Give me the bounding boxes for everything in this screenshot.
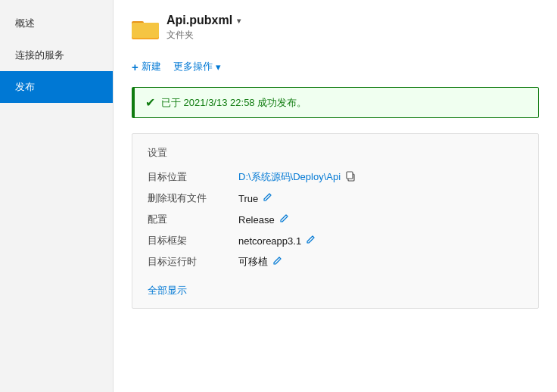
settings-row-target-framework: 目标框架 netcoreapp3.1: [148, 234, 523, 247]
settings-label-delete-existing: 删除现有文件: [148, 191, 238, 205]
delete-existing-value: True: [238, 193, 258, 204]
settings-title: 设置: [148, 146, 523, 160]
more-actions-arrow-icon: ▾: [216, 61, 221, 73]
svg-rect-2: [132, 23, 159, 38]
edit-target-framework-icon[interactable]: [306, 235, 316, 247]
folder-icon: [132, 17, 159, 39]
settings-value-target-framework: netcoreapp3.1: [238, 235, 316, 247]
target-runtime-value: 可移植: [238, 255, 268, 269]
settings-value-delete-existing: True: [238, 192, 272, 204]
edit-configuration-icon[interactable]: [279, 213, 289, 226]
settings-label-target-location: 目标位置: [148, 170, 238, 184]
header-info: Api.pubxml ▾ 文件夹: [166, 14, 241, 42]
header: Api.pubxml ▾ 文件夹: [132, 14, 539, 42]
success-check-icon: ✔: [145, 95, 155, 110]
settings-label-configuration: 配置: [148, 213, 238, 226]
settings-row-delete-existing: 删除现有文件 True: [148, 191, 523, 205]
edit-delete-existing-icon[interactable]: [263, 192, 272, 204]
svg-rect-4: [347, 172, 353, 179]
edit-target-runtime-icon[interactable]: [272, 256, 282, 268]
header-title-row: Api.pubxml ▾: [166, 14, 241, 27]
sidebar-item-overview[interactable]: 概述: [0, 8, 113, 39]
header-subtitle: 文件夹: [166, 29, 241, 42]
settings-row-target-runtime: 目标运行时 可移植: [148, 255, 523, 269]
new-button[interactable]: + 新建: [132, 57, 161, 76]
sidebar-item-publish[interactable]: 发布: [0, 71, 113, 103]
configuration-value: Release: [238, 214, 275, 226]
toolbar: + 新建 更多操作 ▾: [132, 57, 539, 76]
more-actions-label: 更多操作: [173, 60, 213, 73]
header-dropdown-arrow[interactable]: ▾: [237, 17, 241, 25]
success-message-bar: ✔ 已于 2021/3/13 22:58 成功发布。: [132, 87, 539, 118]
sidebar-item-connected-services-label: 连接的服务: [15, 49, 64, 61]
plus-icon: +: [132, 61, 138, 73]
settings-label-target-framework: 目标框架: [148, 234, 238, 247]
copy-icon[interactable]: [345, 171, 356, 184]
settings-section: 设置 目标位置 D:\系统源码\Deploy\Api 删除现有文件 True: [132, 133, 539, 309]
target-framework-value: netcoreapp3.1: [238, 235, 301, 247]
sidebar-item-connected-services[interactable]: 连接的服务: [0, 39, 113, 71]
settings-label-target-runtime: 目标运行时: [148, 255, 238, 269]
show-all-link[interactable]: 全部显示: [148, 284, 187, 297]
main-content: Api.pubxml ▾ 文件夹 + 新建 更多操作 ▾ ✔ 已于 2021/3…: [114, 0, 557, 392]
settings-row-configuration: 配置 Release: [148, 213, 523, 226]
target-location-link[interactable]: D:\系统源码\Deploy\Api: [238, 170, 341, 184]
settings-value-configuration: Release: [238, 213, 289, 226]
settings-row-target-location: 目标位置 D:\系统源码\Deploy\Api: [148, 170, 523, 184]
sidebar-item-publish-label: 发布: [15, 81, 35, 92]
more-actions-button[interactable]: 更多操作 ▾: [173, 57, 221, 76]
success-message-text: 已于 2021/3/13 22:58 成功发布。: [161, 96, 307, 110]
settings-value-target-runtime: 可移植: [238, 255, 282, 269]
settings-value-target-location: D:\系统源码\Deploy\Api: [238, 170, 356, 184]
header-title-text: Api.pubxml: [166, 14, 232, 27]
sidebar-item-overview-label: 概述: [15, 17, 35, 29]
new-button-label: 新建: [142, 60, 161, 73]
sidebar: 概述 连接的服务 发布: [0, 0, 114, 392]
